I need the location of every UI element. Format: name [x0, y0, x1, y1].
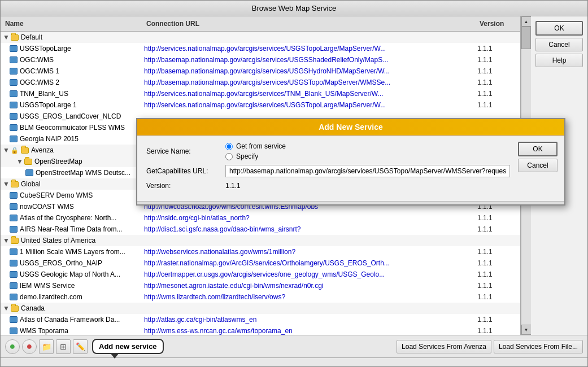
tree-row[interactable]: Atlas of Canada Framework Da... http://a… — [1, 314, 520, 325]
tree-row[interactable]: OGC:WMS 2 http://basemap.nationalmap.gov… — [1, 77, 520, 88]
tree-cell-name: OGC:WMS 2 — [1, 78, 142, 87]
service-icon — [10, 192, 18, 199]
service-icon — [10, 90, 18, 97]
tree-row[interactable]: TNM_Blank_US http://services.nationalmap… — [1, 88, 520, 99]
tree-row[interactable]: Atlas of the Cryosphere: North... http:/… — [1, 212, 520, 224]
tree-row[interactable]: ▼ Canada — [1, 303, 520, 314]
tree-row[interactable]: USGSTopoLarge 1 http://services.national… — [1, 99, 520, 111]
tree-cell-name: USGSTopoLarge 1 — [1, 101, 142, 110]
content-area: Name Connection URL Version ▼ Default — [1, 16, 587, 335]
service-icon — [10, 102, 18, 108]
tree-cell-name: USGSTopoLarge — [1, 44, 142, 53]
tree-cell-name: nowCOAST WMS — [1, 202, 142, 211]
modal-body: Service Name: Get from service Specify — [137, 136, 564, 201]
folder-icon — [11, 305, 19, 312]
tree-row[interactable]: ▼ United States of America — [1, 235, 520, 246]
get-capabilities-row: GetCapabilites URL: — [146, 165, 555, 177]
tree-cell-name: WMS Toporama — [1, 326, 142, 335]
get-capabilities-input[interactable] — [225, 165, 510, 177]
tree-row[interactable]: ▼ Default — [1, 32, 520, 43]
modal-ok-button[interactable]: OK — [518, 142, 557, 156]
service-icon — [10, 203, 18, 210]
get-from-service-option[interactable]: Get from service — [225, 142, 286, 150]
expand-arrow: ▼ — [3, 33, 10, 41]
tree-row[interactable]: 1 Million Scale WMS Layers from... http:… — [1, 246, 520, 257]
tree-cell-name: ▼ Global — [1, 180, 142, 189]
get-from-service-radio[interactable] — [225, 143, 233, 150]
scroll-down-button[interactable]: ▼ — [521, 325, 532, 335]
lock-icon: 🔒 — [11, 147, 19, 154]
tree-row[interactable]: USGSTopoLarge http://services.nationalma… — [1, 43, 520, 54]
service-icon — [10, 113, 18, 120]
tree-row[interactable]: USGS Geologic Map of North A... http://c… — [1, 269, 520, 280]
title-bar: Browse Web Map Service — [1, 1, 587, 16]
window-title: Browse Web Map Service — [252, 4, 336, 12]
arrange-button[interactable]: ⊞ — [56, 339, 71, 354]
tree-header: Name Connection URL Version — [1, 16, 520, 32]
tree-cell-name: USGS Geologic Map of North A... — [1, 270, 142, 279]
folder-icon — [24, 159, 32, 165]
ok-button[interactable]: OK — [535, 21, 583, 36]
add-button[interactable]: ● — [5, 339, 20, 354]
tree-cell-name: OGC:WMS — [1, 55, 142, 64]
tree-cell-name: ▼ Canada — [1, 304, 142, 313]
remove-button[interactable]: ● — [22, 339, 37, 354]
tree-cell-name: BLM Geocommuicator PLSS WMS — [1, 123, 142, 132]
main-window: Browse Web Map Service Name Connection U… — [0, 0, 588, 367]
service-name-label: Service Name: — [146, 147, 225, 155]
service-icon — [10, 124, 18, 131]
service-icon — [10, 271, 18, 278]
service-icon — [25, 169, 33, 176]
tree-cell-name: 1 Million Scale WMS Layers from... — [1, 247, 142, 256]
tree-cell-name: USGS_EROS_LandCover_NLCD — [1, 112, 142, 121]
add-new-service-dialog: Add New Service Service Name: Get from s… — [136, 118, 565, 206]
specify-label: Specify — [236, 152, 258, 160]
tree-row[interactable]: OGC:WMS 1 http://basemap.nationalmap.gov… — [1, 65, 520, 77]
modal-resize-handle[interactable] — [137, 201, 564, 204]
modal-cancel-button[interactable]: Cancel — [518, 159, 557, 172]
main-container: Name Connection URL Version ▼ Default — [1, 16, 587, 335]
version-value: 1.1.1 — [225, 182, 241, 190]
service-icon — [10, 316, 18, 323]
version-row: Version: 1.1.1 — [146, 182, 555, 190]
col-header-url: Connection URL — [142, 19, 475, 29]
scroll-up-button[interactable]: ▲ — [521, 16, 532, 27]
tree-cell-name: OGC:WMS 1 — [1, 67, 142, 76]
tree-row[interactable]: OGC:WMS http://basemap.nationalmap.gov/a… — [1, 54, 520, 65]
help-button[interactable]: Help — [535, 54, 583, 67]
tree-cell-name: ▼ United States of America — [1, 236, 142, 245]
bottom-toolbar: ● ● 📁 ⊞ ✏️ Add new service Load Services… — [1, 335, 587, 357]
tree-row[interactable]: WMS Toporama http://wms.ess-ws.nrcan.gc.… — [1, 325, 520, 335]
service-icon — [10, 45, 18, 52]
load-services-avenza-button[interactable]: Load Services From Avenza — [397, 340, 491, 353]
folder-icon — [11, 181, 19, 187]
load-services-file-button[interactable]: Load Services From File... — [494, 340, 583, 353]
specify-radio[interactable] — [225, 153, 233, 160]
tree-cell-name: Atlas of Canada Framework Da... — [1, 315, 142, 324]
service-icon — [10, 282, 18, 289]
tree-row[interactable]: demo.lizardtech.com http://wms.lizardtec… — [1, 291, 520, 303]
service-icon — [10, 327, 18, 334]
expand-arrow: ▼ — [3, 146, 10, 154]
cancel-button[interactable]: Cancel — [535, 38, 583, 51]
folder-icon — [11, 34, 19, 41]
service-icon — [10, 248, 18, 255]
edit-button[interactable]: ✏️ — [73, 339, 88, 354]
modal-buttons: OK Cancel — [518, 142, 557, 172]
tree-row[interactable]: IEM WMS Service http://mesonet.agron.ias… — [1, 280, 520, 291]
tree-cell-name: CubeSERV Demo WMS — [1, 191, 142, 200]
get-capabilities-label: GetCapabilites URL: — [146, 167, 225, 175]
tree-cell-name: ▼ OpenStreetMap — [1, 157, 142, 166]
add-new-service-container: Add new service — [92, 339, 164, 354]
service-icon — [10, 226, 18, 233]
version-label: Version: — [146, 182, 225, 190]
add-new-service-label: Add new service — [92, 339, 164, 354]
specify-option[interactable]: Specify — [225, 152, 286, 160]
folder-open-button[interactable]: 📁 — [39, 339, 54, 354]
scroll-thumb[interactable] — [521, 27, 531, 49]
tree-cell-name: demo.lizardtech.com — [1, 292, 142, 302]
tree-cell-name: USGS_EROS_Ortho_NAIP — [1, 259, 142, 268]
tree-cell-name: ▼ Default — [1, 33, 142, 42]
tree-row[interactable]: AIRS Near-Real Time Data from... http://… — [1, 224, 520, 235]
tree-row[interactable]: USGS_EROS_Ortho_NAIP http://raster.natio… — [1, 257, 520, 269]
